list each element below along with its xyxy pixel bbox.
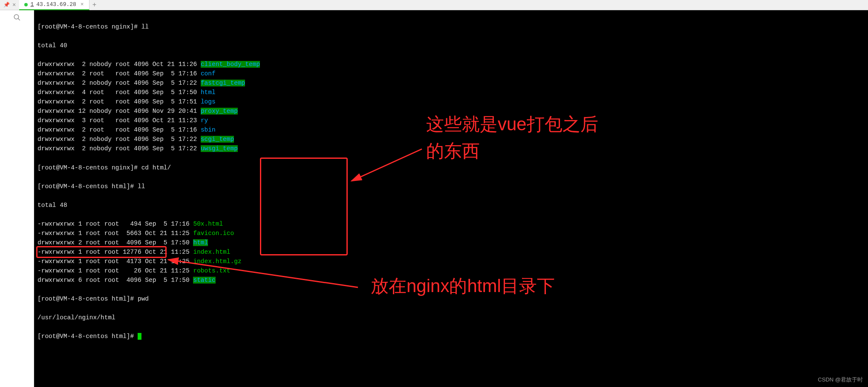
file-name: 50x.html (193, 221, 223, 227)
tab-number: 1 (30, 1, 34, 8)
file-row: drwxrwxrwx 2 root root 4096 Sep 5 17:51 … (37, 97, 865, 106)
file-name: robots.txt (193, 267, 230, 274)
file-name: sbin (201, 126, 216, 133)
file-row: drwxrwxrwx 2 root root 4096 Sep 5 17:16 … (37, 125, 865, 135)
close-icon[interactable]: × (12, 2, 16, 9)
svg-point-0 (14, 14, 19, 19)
pin-icon: 📌 (3, 2, 10, 8)
watermark: CSDN @君故于时 (818, 376, 863, 384)
file-name: conf (201, 70, 216, 77)
cursor-icon (138, 333, 141, 340)
svg-line-1 (18, 18, 20, 20)
file-row: -rwxrwxrwx 1 root root 26 Oct 21 11:25 r… (37, 266, 865, 275)
file-name: scgi_temp (201, 136, 234, 143)
file-name: html (193, 239, 208, 246)
prompt-line: [root@VM-4-8-centos html]# pwd (37, 294, 865, 304)
file-name: uwsgi_temp (201, 145, 238, 152)
sidebar (0, 10, 34, 387)
file-row: drwxrwxrwx 2 nobody root 4096 Sep 5 17:2… (37, 78, 865, 88)
tab-close-icon[interactable]: × (81, 1, 84, 8)
tab-ip: 43.143.69.28 (36, 1, 76, 8)
file-row: drwxrwxrwx 2 nobody root 4096 Oct 21 11:… (37, 60, 865, 69)
add-tab-button[interactable]: + (89, 0, 100, 10)
file-row: drwxrwxrwx 2 root root 4096 Sep 5 17:50 … (37, 238, 865, 247)
file-row: drwxrwxrwx 2 root root 4096 Sep 5 17:16 … (37, 69, 865, 78)
file-name: ry (201, 117, 208, 124)
tab-bar: 📌 × 1 43.143.69.28 × + (0, 0, 868, 10)
file-row: -rwxrwxrwx 1 root root 5663 Oct 21 11:25… (37, 229, 865, 238)
file-row: drwxrwxrwx 4 root root 4096 Sep 5 17:50 … (37, 88, 865, 97)
file-name: client_body_temp (201, 61, 260, 68)
total-line: total 40 (37, 41, 865, 50)
status-dot-icon (24, 3, 28, 6)
file-row: drwxrwxrwx 2 nobody root 4096 Sep 5 17:2… (37, 144, 865, 153)
file-name: index.html (193, 249, 230, 255)
file-name: html (201, 89, 216, 96)
terminal[interactable]: [root@VM-4-8-centos nginx]# ll total 40 … (34, 10, 868, 387)
file-row: drwxrwxrwx 3 root root 4096 Oct 21 11:23… (37, 116, 865, 125)
prompt-line: [root@VM-4-8-centos nginx]# ll (37, 22, 865, 32)
prompt-line: [root@VM-4-8-centos html]# (37, 332, 865, 341)
search-icon[interactable] (13, 14, 21, 23)
tab-pinned-area: 📌 × (0, 2, 19, 9)
tab-active[interactable]: 1 43.143.69.28 × (19, 0, 89, 10)
pwd-output: /usr/local/nginx/html (37, 313, 865, 322)
file-row: drwxrwxrwx 6 root root 4096 Sep 5 17:50 … (37, 275, 865, 285)
prompt-line: [root@VM-4-8-centos nginx]# cd html/ (37, 163, 865, 172)
file-name: static (193, 277, 215, 284)
file-name: proxy_temp (201, 108, 238, 115)
file-name: logs (201, 98, 216, 105)
prompt-line: [root@VM-4-8-centos html]# ll (37, 182, 865, 191)
total-line: total 48 (37, 201, 865, 210)
file-row: -rwxrwxrwx 1 root root 4173 Oct 21 11:25… (37, 257, 865, 266)
file-name: fastcgi_temp (201, 80, 245, 86)
file-name: favicon.ico (193, 230, 234, 237)
file-row: -rwxrwxrwx 1 root root 494 Sep 5 17:16 5… (37, 219, 865, 229)
file-row: drwxrwxrwx 2 nobody root 4096 Sep 5 17:2… (37, 135, 865, 144)
file-row: -rwxrwxrwx 1 root root 12776 Oct 21 11:2… (37, 247, 865, 257)
file-name: index.html.gz (193, 258, 241, 265)
file-row: drwxrwxrwx 12 nobody root 4096 Nov 29 20… (37, 106, 865, 116)
